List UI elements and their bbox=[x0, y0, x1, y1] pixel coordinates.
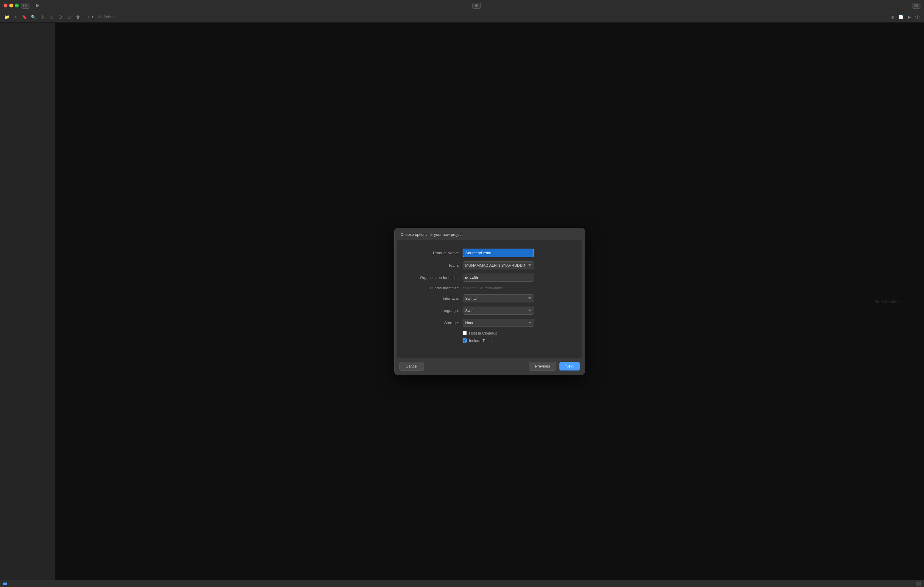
toolbar-right: ⊞ 📄 ▶ ⓘ bbox=[889, 14, 921, 20]
storage-row: Storage: None Core Data SwiftData bbox=[403, 319, 576, 327]
maximize-button[interactable] bbox=[15, 3, 19, 7]
close-tab-icon[interactable]: ✕ bbox=[13, 14, 18, 20]
minimize-button[interactable] bbox=[9, 3, 13, 7]
host-cloudkit-label: Host in CloudKit bbox=[469, 331, 497, 335]
close-button[interactable] bbox=[3, 3, 7, 7]
previous-button[interactable]: Previous bbox=[529, 362, 556, 370]
svg-rect-2 bbox=[914, 4, 917, 7]
storage-label: Storage: bbox=[403, 321, 463, 325]
shape-icon[interactable]: ⬡ bbox=[57, 14, 63, 20]
product-name-input[interactable] bbox=[463, 248, 534, 257]
include-tests-label: Include Tests bbox=[469, 339, 492, 343]
org-identifier-input[interactable] bbox=[463, 274, 534, 281]
svg-rect-1 bbox=[25, 4, 27, 7]
info-icon[interactable]: ⓘ bbox=[914, 14, 921, 20]
diamond-icon[interactable]: ◇ bbox=[48, 14, 54, 20]
team-select[interactable]: MUHAMMAD ALFIN SYAHRUDDIN (Per... bbox=[463, 261, 534, 270]
bundle-identifier-row: Bundle Identifier: dev.alfin.SourceryDem… bbox=[403, 286, 576, 290]
team-row: Team: MUHAMMAD ALFIN SYAHRUDDIN (Per... bbox=[403, 261, 576, 270]
include-tests-checkbox[interactable] bbox=[463, 339, 467, 342]
bundle-identifier-label: Bundle Identifier: bbox=[403, 286, 463, 290]
titlebar: + bbox=[0, 0, 924, 11]
nav-forward-button[interactable]: › bbox=[91, 14, 94, 20]
statusbar: ⬛ bbox=[0, 580, 924, 587]
product-name-row: Product Name: bbox=[403, 248, 576, 257]
org-identifier-row: Organization Identifier: bbox=[403, 274, 576, 281]
host-cloudkit-row: Host in CloudKit bbox=[463, 331, 576, 335]
editor-area: No Selection Choose options for your new… bbox=[55, 23, 924, 580]
next-button[interactable]: Next bbox=[559, 362, 580, 370]
status-indicator bbox=[3, 582, 7, 585]
traffic-lights bbox=[3, 3, 19, 7]
modal-footer-right: Previous Next bbox=[529, 362, 579, 370]
add-button[interactable]: + bbox=[472, 3, 481, 8]
modal-footer: Cancel Previous Next bbox=[395, 358, 585, 375]
modal-title: Choose options for your new project: bbox=[395, 228, 585, 240]
org-identifier-label: Organization Identifier: bbox=[403, 275, 463, 280]
sidebar-toggle-button[interactable] bbox=[21, 3, 30, 8]
include-tests-row: Include Tests bbox=[463, 339, 576, 343]
sidebar bbox=[0, 23, 55, 580]
modal-form: Product Name: Team: MUHAMMAD ALFIN SYAHR… bbox=[397, 240, 582, 358]
panel-toggle-button[interactable] bbox=[912, 3, 921, 8]
svg-rect-0 bbox=[23, 4, 25, 7]
language-row: Language: Swift Objective-C bbox=[403, 307, 576, 315]
svg-rect-3 bbox=[917, 4, 918, 7]
cancel-button[interactable]: Cancel bbox=[399, 362, 424, 370]
language-select[interactable]: Swift Objective-C bbox=[463, 307, 534, 315]
storage-select[interactable]: None Core Data SwiftData bbox=[463, 319, 534, 327]
modal-overlay: Choose options for your new project: Pro… bbox=[55, 23, 924, 580]
interface-label: Interface: bbox=[403, 296, 463, 301]
status-panel-icon[interactable]: ⬛ bbox=[916, 581, 921, 586]
nav-back-button[interactable]: ‹ bbox=[87, 14, 90, 20]
run-button[interactable] bbox=[34, 2, 41, 9]
play-icon[interactable]: ▶ bbox=[906, 14, 912, 20]
language-label: Language: bbox=[403, 308, 463, 313]
product-name-label: Product Name: bbox=[403, 251, 463, 255]
grid-icon[interactable]: ⊟ bbox=[66, 14, 72, 20]
file-icon[interactable]: 📄 bbox=[898, 14, 904, 20]
bookmark-icon[interactable]: 🔖 bbox=[21, 14, 27, 20]
folder-icon[interactable]: 📁 bbox=[3, 14, 10, 20]
main-area: No Selection Choose options for your new… bbox=[0, 23, 924, 580]
interface-select[interactable]: SwiftUI Storyboard bbox=[463, 294, 534, 303]
toolbar: 📁 ✕ 🔖 🔍 ⚠ ◇ ⬡ ⊟ 🗑 ‹ › No Selection ⊞ 📄 ▶… bbox=[0, 11, 924, 23]
inspector-icon[interactable]: ⊞ bbox=[889, 14, 896, 20]
trash-icon[interactable]: 🗑 bbox=[75, 14, 81, 20]
no-selection-label: No Selection bbox=[98, 15, 119, 19]
team-label: Team: bbox=[403, 263, 463, 268]
status-right: ⬛ bbox=[916, 581, 921, 586]
bundle-identifier-value: dev.alfin.SourceryDemo bbox=[463, 286, 504, 290]
nav-arrows: ‹ › bbox=[87, 14, 94, 20]
new-project-modal: Choose options for your new project: Pro… bbox=[394, 228, 585, 375]
interface-row: Interface: SwiftUI Storyboard bbox=[403, 294, 576, 303]
host-cloudkit-checkbox[interactable] bbox=[463, 331, 467, 335]
toolbar-separator bbox=[84, 14, 84, 20]
search-icon[interactable]: 🔍 bbox=[30, 14, 36, 20]
warning-icon[interactable]: ⚠ bbox=[39, 14, 45, 20]
